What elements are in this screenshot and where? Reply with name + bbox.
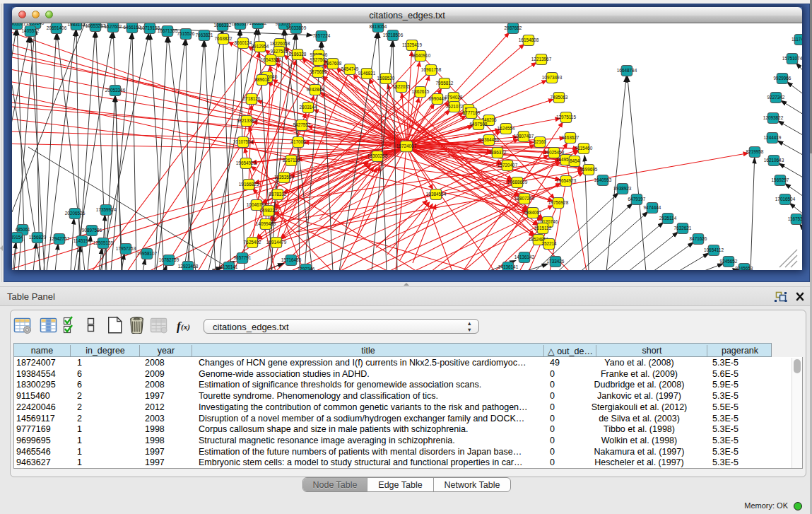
svg-text:8912954: 8912954 (252, 44, 269, 49)
svg-text:8186328: 8186328 (289, 52, 307, 57)
svg-text:15720407: 15720407 (498, 163, 518, 168)
svg-text:417006: 417006 (290, 139, 306, 144)
svg-text:8813054: 8813054 (370, 24, 387, 29)
svg-text:16154808: 16154808 (519, 37, 539, 42)
svg-text:9794028: 9794028 (445, 95, 463, 100)
svg-text:16033809: 16033809 (286, 25, 307, 30)
svg-text:9327505: 9327505 (271, 49, 288, 54)
svg-text:14136141: 14136141 (498, 264, 519, 269)
svg-text:6479197: 6479197 (628, 197, 646, 201)
svg-text:2099140: 2099140 (27, 23, 45, 25)
svg-text:1066332: 1066332 (214, 23, 232, 28)
svg-text:19756928: 19756928 (548, 200, 569, 205)
svg-text:3875685: 3875685 (310, 69, 327, 74)
svg-text:11325419: 11325419 (402, 42, 422, 47)
svg-text:20691406: 20691406 (47, 25, 67, 30)
svg-text:18300295: 18300295 (367, 153, 388, 158)
svg-text:1885317: 1885317 (232, 23, 249, 26)
svg-text:12213389: 12213389 (237, 118, 257, 123)
svg-text:9884067: 9884067 (524, 210, 542, 215)
svg-text:1640953: 1640953 (594, 177, 612, 182)
svg-text:1569297: 1569297 (772, 177, 789, 182)
svg-text:90897586: 90897586 (82, 228, 102, 233)
svg-text:12093822: 12093822 (763, 115, 784, 120)
svg-text:8471626: 8471626 (690, 236, 707, 241)
svg-text:19384554: 19384554 (426, 192, 447, 197)
svg-text:10973493: 10973493 (542, 75, 563, 80)
svg-text:19958107: 19958107 (137, 251, 158, 256)
svg-text:6497508: 6497508 (470, 122, 488, 127)
svg-text:12505135: 12505135 (93, 240, 114, 245)
svg-text:7485063: 7485063 (551, 95, 568, 100)
svg-text:12975115: 12975115 (556, 115, 576, 119)
svg-text:1615112: 1615112 (534, 226, 552, 230)
svg-text:20053346: 20053346 (105, 88, 126, 93)
svg-text:17016504: 17016504 (775, 197, 796, 201)
svg-text:1362615: 1362615 (412, 89, 430, 94)
svg-text:7663822: 7663822 (215, 36, 233, 41)
svg-text:7955812: 7955812 (436, 81, 454, 86)
svg-text:7625402: 7625402 (244, 240, 261, 245)
svg-text:18226058: 18226058 (270, 41, 290, 46)
svg-text:9227342: 9227342 (767, 95, 785, 100)
svg-text:4136141: 4136141 (220, 264, 238, 269)
svg-text:1983174: 1983174 (68, 23, 86, 27)
svg-text:2087682: 2087682 (505, 25, 522, 30)
svg-text:7857224: 7857224 (313, 33, 331, 38)
svg-text:989614: 989614 (254, 77, 270, 82)
svg-text:1244419: 1244419 (764, 135, 782, 140)
svg-text:10807487: 10807487 (514, 134, 534, 139)
svg-text:1527602: 1527602 (105, 24, 122, 29)
svg-text:(x): (x) (181, 322, 190, 332)
svg-text:485061: 485061 (15, 227, 30, 232)
svg-text:7515526: 7515526 (177, 31, 195, 36)
svg-text:10688609: 10688609 (507, 180, 528, 185)
svg-text:10653287: 10653287 (86, 23, 106, 28)
svg-text:9115460: 9115460 (575, 146, 593, 151)
svg-text:9242848: 9242848 (307, 87, 324, 92)
svg-text:252214: 252214 (541, 241, 557, 246)
svg-text:8454: 8454 (570, 158, 580, 163)
svg-text:16914479: 16914479 (266, 240, 287, 245)
svg-text:1624554: 1624554 (498, 126, 515, 131)
svg-text:2718126: 2718126 (243, 96, 261, 101)
svg-text:9245652: 9245652 (720, 259, 738, 264)
svg-text:16961758: 16961758 (421, 67, 442, 72)
svg-text:9657791: 9657791 (234, 255, 252, 260)
svg-text:18807249: 18807249 (514, 196, 535, 201)
svg-text:10025458: 10025458 (544, 150, 565, 155)
svg-text:9245653: 9245653 (736, 266, 753, 270)
svg-text:1405572: 1405572 (22, 28, 40, 33)
svg-text:2935114: 2935114 (659, 216, 677, 221)
svg-text:8219958: 8219958 (746, 149, 764, 154)
svg-text:17359924: 17359924 (96, 207, 117, 212)
svg-text:8660124: 8660124 (235, 40, 252, 45)
svg-text:6466160: 6466160 (124, 25, 141, 30)
svg-text:10107554: 10107554 (233, 139, 254, 144)
svg-text:12213967: 12213967 (531, 57, 552, 62)
svg-text:8878312: 8878312 (269, 192, 287, 197)
svg-text:16210643: 16210643 (764, 158, 784, 163)
svg-text:19166825: 19166825 (239, 182, 259, 187)
svg-text:16543362: 16543362 (261, 57, 281, 62)
svg-text:9463627: 9463627 (562, 135, 579, 140)
svg-text:1167533: 1167533 (788, 216, 802, 221)
svg-text:1621072: 1621072 (446, 104, 464, 109)
svg-text:16671355: 16671355 (158, 28, 178, 33)
svg-text:17957253: 17957253 (116, 246, 136, 251)
svg-text:15751074: 15751074 (782, 56, 802, 61)
svg-text:1822035: 1822035 (393, 84, 411, 89)
svg-text:1156829: 1156829 (29, 235, 47, 240)
svg-text:9146821: 9146821 (358, 71, 376, 76)
svg-text:1733426: 1733426 (547, 259, 565, 264)
svg-text:10654112: 10654112 (704, 247, 724, 252)
svg-text:19654923: 19654923 (236, 160, 257, 165)
svg-text:11353594: 11353594 (274, 175, 294, 180)
svg-text:1145194: 1145194 (73, 238, 91, 243)
svg-text:9474444: 9474444 (644, 205, 661, 210)
svg-text:8990448: 8990448 (429, 96, 447, 101)
svg-text:20206526: 20206526 (65, 211, 86, 216)
svg-text:12923468: 12923468 (178, 264, 199, 269)
svg-text:18724007: 18724007 (396, 144, 417, 148)
svg-text:1117434: 1117434 (792, 37, 802, 42)
